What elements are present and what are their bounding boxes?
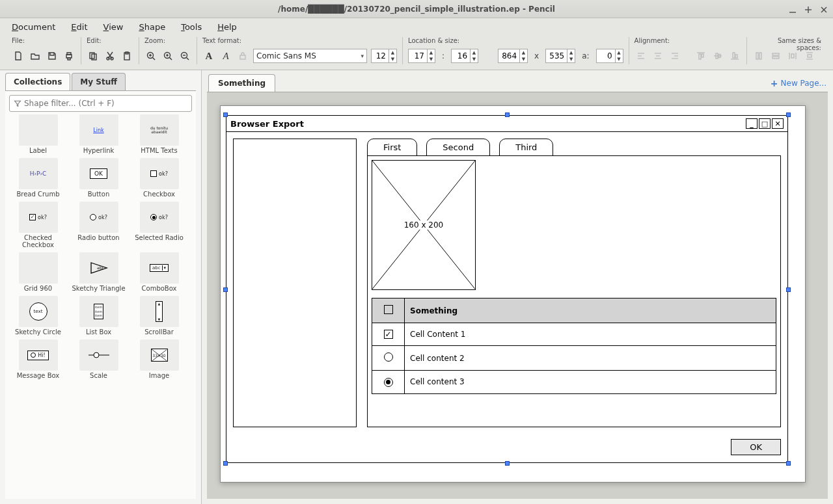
svg-rect-42 (772, 53, 779, 55)
shape-breadcrumb[interactable]: H›P›CBread Crumb (9, 158, 67, 198)
loc-x-spinner[interactable]: ▲▼ (408, 49, 435, 63)
mockup-close-icon: ✕ (772, 118, 784, 129)
svg-rect-46 (791, 54, 794, 58)
edit-label: Edit: (87, 37, 133, 46)
zoom-in-icon[interactable] (144, 49, 157, 62)
window-title: /home/██████/20130720_pencil_simple_illu… (0, 5, 833, 14)
shape-grid960[interactable]: Grid 960 (9, 252, 67, 292)
font-size-input[interactable] (372, 49, 389, 62)
shape-scale[interactable]: Scale (70, 339, 128, 379)
shape-triangle[interactable]: abcSketchy Triangle (70, 252, 128, 292)
menu-edit[interactable]: Edit (66, 21, 92, 33)
svg-rect-41 (759, 53, 761, 59)
sidebar: Collections My Stuff Label LinkHyperlink… (0, 70, 202, 504)
svg-rect-49 (808, 55, 812, 57)
align-center-icon (651, 49, 664, 62)
loc-sep-x: x (532, 51, 541, 60)
menu-help[interactable]: Help (212, 21, 242, 33)
menu-shape[interactable]: Shape (133, 21, 171, 33)
selection-handle[interactable] (786, 113, 791, 117)
selection-handle[interactable] (786, 287, 791, 292)
canvas-page[interactable]: Browser Export _ □ ✕ (220, 105, 806, 483)
save-file-icon[interactable] (46, 49, 59, 62)
selection-handle[interactable] (223, 113, 228, 117)
menu-tools[interactable]: Tools (176, 21, 207, 33)
svg-point-17 (167, 55, 168, 56)
zoom-reset-icon[interactable] (161, 49, 174, 62)
mockup-tab-third: Third (499, 139, 553, 156)
selection-handle[interactable] (223, 461, 228, 466)
mockup-window[interactable]: Browser Export _ □ ✕ (226, 115, 788, 463)
shape-checkbox[interactable]: ok?Checkbox (130, 158, 188, 198)
angle-input[interactable] (597, 49, 615, 62)
selection-handle[interactable] (505, 461, 510, 466)
loc-sep-colon: : (439, 51, 447, 60)
chevron-down-icon: ▾ (361, 53, 364, 59)
print-icon[interactable] (62, 49, 75, 62)
shape-filter-input[interactable] (24, 99, 187, 108)
align-right-icon (668, 49, 681, 62)
shape-filter[interactable] (9, 95, 192, 112)
new-file-icon[interactable] (12, 49, 25, 62)
toolbar: File: Edit: Zoom: Te (0, 36, 833, 70)
table-row: Cell content 3 (372, 371, 776, 394)
chevron-down-icon[interactable]: ▼ (389, 56, 396, 62)
italic-icon[interactable]: A (219, 49, 232, 62)
selection-handle[interactable] (786, 461, 791, 466)
shape-listbox[interactable]: item item itemList Box (70, 296, 128, 336)
canvas-tab-something[interactable]: Something (208, 74, 275, 92)
shape-hyperlink[interactable]: LinkHyperlink (70, 114, 128, 154)
shape-label[interactable]: Label (9, 114, 67, 154)
shape-scrollbar[interactable]: ▲▼ScrollBar (130, 296, 188, 336)
angle-spinner[interactable]: ▲▼ (596, 49, 623, 63)
svg-rect-21 (240, 55, 245, 59)
tab-collections[interactable]: Collections (5, 73, 70, 90)
loc-y-input[interactable] (452, 49, 470, 62)
cut-icon[interactable] (103, 49, 116, 62)
maximize-icon[interactable] (803, 5, 812, 14)
bold-icon[interactable]: A (202, 49, 215, 62)
mockup-title: Browser Export (230, 119, 304, 129)
tab-mystuff[interactable]: My Stuff (72, 73, 126, 90)
shape-messagebox[interactable]: Hi!Message Box (9, 339, 67, 379)
open-file-icon[interactable] (29, 49, 42, 62)
menu-document[interactable]: Document (7, 21, 61, 33)
font-size-spinner[interactable]: ▲▼ (371, 49, 397, 63)
close-icon[interactable] (819, 5, 828, 14)
loc-y-spinner[interactable]: ▲▼ (451, 49, 478, 63)
font-family-combo[interactable]: Comic Sans MS ▾ (253, 49, 367, 63)
svg-rect-38 (733, 53, 735, 58)
file-label: File: (12, 37, 75, 46)
minimize-icon[interactable] (787, 5, 797, 14)
shape-checked-checkbox[interactable]: ✓ok?Checked Checkbox (9, 202, 67, 248)
svg-text:abc: abc (97, 265, 104, 270)
same-height-icon (769, 49, 782, 62)
selection-handle[interactable] (223, 287, 228, 292)
shape-selected-radio[interactable]: ok?Selected Radio (130, 202, 188, 248)
shape-html-texts[interactable]: du tonitu abaeiditHTML Texts (130, 114, 188, 154)
size-h-input[interactable] (546, 49, 567, 62)
shape-radio[interactable]: ok?Radio button (70, 202, 128, 248)
new-page-button[interactable]: + New Page... (771, 78, 826, 88)
size-w-spinner[interactable]: ▲▼ (498, 49, 528, 63)
paste-icon[interactable] (120, 49, 133, 62)
loc-x-input[interactable] (409, 49, 427, 62)
shape-button[interactable]: OKButton (70, 158, 128, 198)
chevron-up-icon[interactable]: ▲ (389, 49, 396, 56)
zoom-out-icon[interactable] (178, 49, 191, 62)
shape-combobox[interactable]: abc▾ComboBox (130, 252, 188, 292)
canvas-viewport[interactable]: Browser Export _ □ ✕ (207, 92, 828, 499)
mockup-image-placeholder: 160 x 200 (372, 160, 476, 290)
shape-circle[interactable]: textSketchy Circle (9, 296, 67, 336)
alignment-label: Alignment: (635, 37, 741, 46)
table-row: Cell content 2 (372, 346, 776, 371)
size-h-spinner[interactable]: ▲▼ (545, 49, 575, 63)
menu-view[interactable]: View (98, 21, 129, 33)
selection-handle[interactable] (505, 113, 510, 117)
copy-icon[interactable] (87, 49, 100, 62)
table-row: ✓Cell Content 1 (372, 323, 776, 346)
size-w-input[interactable] (498, 49, 519, 62)
svg-rect-40 (756, 53, 758, 59)
sizes-spaces-label: Same sizes & spaces: (752, 37, 821, 46)
shape-image[interactable]: 33×30Image (130, 339, 188, 379)
